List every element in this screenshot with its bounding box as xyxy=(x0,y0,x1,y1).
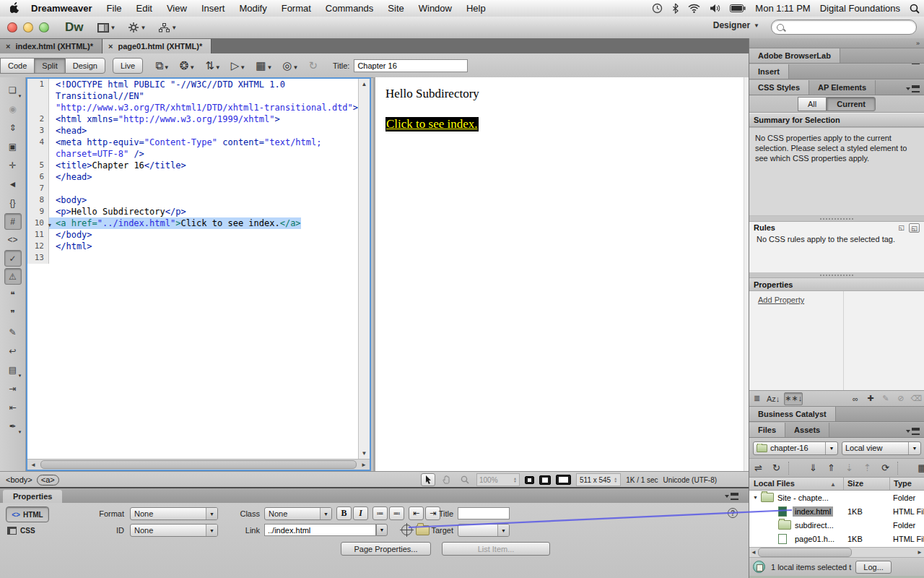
file-row[interactable]: ▼ Site - chapte... Folder xyxy=(749,491,924,504)
toolbar-icon[interactable]: ↻ xyxy=(308,60,318,71)
menu-item[interactable]: Edit xyxy=(129,3,160,14)
code-line[interactable]: "http://www.w3.org/TR/xhtml1/DTD/xhtml1-… xyxy=(27,102,358,113)
scroll-left-icon[interactable]: ◄ xyxy=(27,462,39,468)
expand-arrow-icon[interactable]: ▼ xyxy=(753,495,758,500)
toolbar-icon[interactable]: ❂ ▼ xyxy=(180,60,196,71)
html-mode-button[interactable]: <> HTML xyxy=(6,506,49,522)
coding-toolbar-icon[interactable]: ◄ xyxy=(4,176,22,193)
document-title-input[interactable] xyxy=(354,59,468,72)
code-line[interactable]: 3 <head> xyxy=(27,125,358,137)
code-horizontal-scrollbar[interactable]: ◄ ► xyxy=(27,459,370,470)
select-tool-icon[interactable] xyxy=(421,473,435,486)
menu-item[interactable]: File xyxy=(100,3,129,14)
bluetooth-icon[interactable] xyxy=(672,3,679,14)
zoom-level-select[interactable]: 100% ▲▼ xyxy=(476,473,520,486)
toolbar-icon[interactable]: ⧉ ▼ xyxy=(155,60,170,71)
css-panel-icon[interactable]: ⊘ xyxy=(895,393,906,405)
code-vertical-scrollbar[interactable]: ▲ ▼ xyxy=(358,79,370,459)
coding-toolbar-icon[interactable]: ✓ xyxy=(4,250,22,267)
column-type[interactable]: Type xyxy=(894,479,912,488)
menu-item[interactable]: Commands xyxy=(318,3,380,14)
coding-toolbar-icon[interactable]: {} xyxy=(4,194,22,212)
files-toolbar-icon[interactable]: ⇓ xyxy=(807,462,819,473)
layout-switcher-icon[interactable]: ▼ xyxy=(97,23,116,33)
close-tab-icon[interactable]: × xyxy=(6,42,10,51)
scroll-left-icon[interactable]: ◄ xyxy=(751,547,757,558)
help-icon[interactable]: ? xyxy=(728,508,738,518)
code-line[interactable]: 11 </body> xyxy=(27,229,358,241)
menu-item[interactable]: Help xyxy=(459,3,493,14)
menu-item[interactable]: Site xyxy=(380,3,411,14)
code-editor[interactable]: 1 <!DOCTYPE html PUBLIC "-//W3C//DTD XHT… xyxy=(27,79,358,459)
tag-body[interactable]: <body> xyxy=(6,475,32,484)
view-mode-button[interactable]: Split xyxy=(34,58,64,74)
panel-tab[interactable]: AP Elements xyxy=(809,80,876,95)
coding-toolbar-icon[interactable]: ❏ ▼ xyxy=(4,82,22,99)
sort-arrow-icon[interactable]: ▲ xyxy=(830,481,836,488)
collapse-to-icons-bar[interactable]: » xyxy=(749,38,924,48)
extend-dreamweaver-icon[interactable]: ▼ xyxy=(128,22,146,33)
panel-tab[interactable]: Assets xyxy=(785,423,829,437)
volume-icon[interactable] xyxy=(710,4,720,13)
files-toolbar-icon[interactable]: ⟳ xyxy=(879,462,892,473)
files-toolbar-icon[interactable]: ⇌ xyxy=(752,462,764,473)
code-line[interactable]: 12 </html> xyxy=(27,241,358,252)
coding-toolbar-icon[interactable]: ↩ xyxy=(4,342,22,360)
file-row[interactable]: index.html 1KB HTML File xyxy=(749,504,924,518)
css-panel-icon[interactable]: Az↓ xyxy=(767,393,780,405)
scrollbar-thumb[interactable] xyxy=(40,460,357,469)
file-name[interactable]: subdirect... xyxy=(793,520,836,530)
link-title-input[interactable] xyxy=(458,507,510,519)
tablet-size-icon[interactable] xyxy=(539,475,551,485)
coding-toolbar-icon[interactable]: ✎ xyxy=(4,324,22,341)
code-line[interactable]: 9 <p>Hello Subdirectory</p> xyxy=(27,206,358,217)
files-toolbar-icon[interactable] xyxy=(897,462,910,475)
coding-toolbar-icon[interactable]: <> xyxy=(4,231,22,249)
panel-resize-handle[interactable] xyxy=(749,272,924,278)
files-toolbar-icon[interactable]: ⇡ xyxy=(861,462,873,473)
css-panel-icon[interactable]: ≣ xyxy=(751,393,762,405)
app-search-field[interactable] xyxy=(771,20,917,35)
panel-tab[interactable]: Files xyxy=(749,423,785,437)
css-panel-icon[interactable]: ⌫ xyxy=(910,393,922,405)
code-line[interactable]: 10▼ <a href="../index.html">Click to see… xyxy=(27,217,358,229)
css-mode-button[interactable]: All xyxy=(798,97,827,111)
unordered-list-button[interactable]: ≔ xyxy=(372,506,388,520)
coding-toolbar-icon[interactable]: ◉ xyxy=(4,100,22,118)
add-property-link[interactable]: Add Property xyxy=(758,296,804,304)
page-properties-button[interactable]: Page Properties... xyxy=(341,542,431,556)
point-to-file-icon[interactable] xyxy=(401,525,412,535)
menu-item[interactable]: Modify xyxy=(232,3,274,14)
log-button[interactable]: Log... xyxy=(855,561,892,574)
hand-tool-icon[interactable] xyxy=(440,474,453,486)
toolbar-icon[interactable]: ◎ ▼ xyxy=(282,60,298,71)
scroll-up-icon[interactable]: ▲ xyxy=(362,79,367,90)
css-panel-icon[interactable]: ✚ xyxy=(865,393,876,405)
show-cascade-icon[interactable]: ◱ xyxy=(897,223,906,231)
code-line[interactable]: Transitional//EN" xyxy=(27,90,358,102)
panel-menu-icon[interactable] xyxy=(906,85,920,92)
design-paragraph[interactable]: Hello Subdirectory xyxy=(385,87,749,101)
files-toolbar-icon[interactable] xyxy=(788,462,801,475)
css-mode-button[interactable]: Current xyxy=(827,97,876,111)
code-line[interactable]: 13 xyxy=(27,252,358,264)
scroll-down-icon[interactable]: ▼ xyxy=(362,448,367,459)
tab-insert[interactable]: Insert xyxy=(749,64,789,79)
code-line[interactable]: 7 xyxy=(27,183,358,194)
toolbar-icon[interactable]: ▷ ▼ xyxy=(231,60,245,71)
ordered-list-button[interactable]: ≕ xyxy=(389,506,404,520)
id-select[interactable]: None ▼ xyxy=(130,524,218,537)
menu-item[interactable]: Window xyxy=(411,3,459,14)
code-line[interactable]: 4 <meta http-equiv="Content-Type" conten… xyxy=(27,137,358,148)
design-vertical-scrollbar[interactable] xyxy=(744,77,749,471)
files-toolbar-icon[interactable]: ⇑ xyxy=(825,462,837,473)
menu-item[interactable]: View xyxy=(160,3,194,14)
battery-icon[interactable] xyxy=(730,4,746,12)
css-mode-button[interactable]: CSS xyxy=(7,524,46,537)
coding-toolbar-icon[interactable]: ⚠ xyxy=(4,268,22,285)
files-toolbar-icon[interactable]: ⇣ xyxy=(843,462,855,473)
code-line[interactable]: charset=UTF-8" /> xyxy=(27,148,358,160)
css-panel-icon[interactable]: ✎ xyxy=(880,393,891,405)
time-machine-icon[interactable] xyxy=(652,3,663,14)
menu-user[interactable]: Digital Foundations xyxy=(820,3,900,14)
